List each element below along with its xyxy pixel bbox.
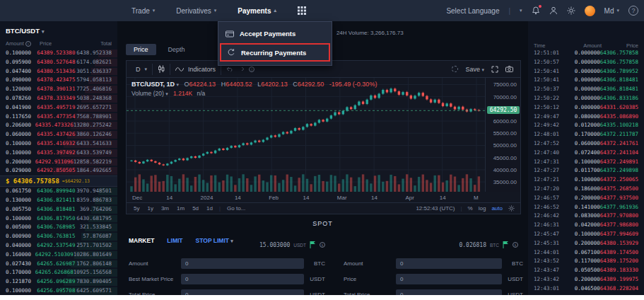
trade-row[interactable]: 12:43:010.04650064368.228204 <box>528 284 644 294</box>
trade-row[interactable]: 12:46:310.04200064377.986800 <box>528 221 644 230</box>
range-1y[interactable]: 1y <box>146 205 154 212</box>
orderbook-ask-row[interactable]: 0.04740064380.5134363051.636337 <box>0 67 117 76</box>
info-icon[interactable]: i <box>320 242 325 248</box>
user-avatar[interactable] <box>585 6 595 16</box>
trade-row[interactable]: 12:50:570.00000064306.757858 <box>528 58 644 67</box>
interval-selector[interactable]: D ▾ <box>131 64 153 75</box>
trade-row[interactable]: 12:51:010.00000064306.757858 <box>528 49 644 58</box>
trade-row[interactable]: 12:47:400.07240064372.241104 <box>528 149 644 158</box>
best-market-price-input[interactable] <box>181 274 304 284</box>
orderbook-bid-row[interactable]: 0.13000064306.8214118359.886783 <box>0 196 117 205</box>
trade-row[interactable]: 12:50:370.00000064306.818481 <box>528 85 644 94</box>
range-5d[interactable]: 5d <box>191 205 200 212</box>
goto-button[interactable]: Go to... <box>226 205 247 212</box>
language-selector-label[interactable]: Select Language <box>446 7 499 15</box>
info-icon[interactable]: i <box>25 41 31 47</box>
orderbook-bid-row[interactable]: 0.02743064265.6269871762.806148 <box>0 260 117 269</box>
nav-item-trade[interactable]: Trade ▾ <box>131 7 155 15</box>
nav-item-payments[interactable]: Payments ▴ <box>238 7 276 15</box>
chart-type-button[interactable] <box>153 64 170 75</box>
tab-limit[interactable]: LIMIT <box>167 237 182 244</box>
info-icon[interactable]: i <box>513 242 518 248</box>
pair-selector[interactable]: BTC/USDT▾ <box>0 21 117 36</box>
trade-row[interactable]: 12:50:410.00000064306.789952 <box>528 67 644 76</box>
orderbook-ask-row[interactable]: 0.10000064335.3974926433.539749 <box>0 149 117 158</box>
orderbook-ask-row[interactable]: 0.10000064335.4169326433.541633 <box>0 139 117 149</box>
help-icon[interactable]: ? <box>628 6 638 16</box>
trade-row[interactable]: 12:44:010.06710064389.174500 <box>528 248 644 258</box>
price-axis[interactable]: 75000.0070000.0065000.0060000.0055000.00… <box>485 78 520 192</box>
trade-row[interactable]: 12:46:420.08300064377.970800 <box>528 212 644 221</box>
orderbook-bid-row[interactable]: 0.12187064256.0962897830.890405 <box>0 277 117 287</box>
orderbook-ask-row[interactable]: 0.09590064380.5276486174.082621 <box>0 58 117 67</box>
trade-row[interactable]: 12:49:420.01200064335.100218 <box>528 121 644 130</box>
settings-gear-icon[interactable] <box>567 6 575 15</box>
apps-grid-icon[interactable] <box>298 6 306 15</box>
trade-row[interactable]: 12:43:420.20000064389.199975 <box>528 275 644 284</box>
amount-input[interactable] <box>396 258 502 269</box>
orderbook-bid-row[interactable]: 0.17000064265.62686810925.156568 <box>0 268 117 277</box>
tab-stop-limit[interactable]: STOP LIMIT ▾ <box>196 237 233 244</box>
orderbook-bid-row[interactable]: 0.16000064292.51030910286.801649 <box>0 250 117 260</box>
language-chevron-icon[interactable]: ▾ <box>520 8 522 13</box>
volume-indicator-label[interactable]: Volume (20) <box>131 90 164 97</box>
orderbook-bid-row[interactable]: 0.00500064306.768985321.533845 <box>0 223 117 232</box>
range-5y[interactable]: 5y <box>132 205 141 212</box>
trade-row[interactable]: 12:48:010.17000064372.211787 <box>528 130 644 139</box>
price-input[interactable] <box>396 274 502 284</box>
camera-snapshot-icon[interactable] <box>505 66 513 72</box>
tab-price[interactable]: Price <box>126 44 156 55</box>
scale-auto[interactable]: auto <box>491 205 503 212</box>
orderbook-ask-row[interactable]: 0.07826064378.3333495038.248368 <box>0 94 117 103</box>
trade-row[interactable]: 12:45:470.10000064377.994609 <box>528 230 644 239</box>
undo-icon[interactable] <box>226 67 233 72</box>
chart-settings-gear-icon[interactable] <box>508 205 515 212</box>
fullscreen-icon[interactable] <box>491 66 498 73</box>
tab-market[interactable]: MARKET <box>129 237 154 244</box>
orderbook-bid-row[interactable]: 0.04000064292.5375492571.701502 <box>0 241 117 250</box>
orderbook-bid-row[interactable]: 0.10000064306.8179506430.681795 <box>0 214 117 224</box>
chart-body[interactable]: BTC/USDT, 1D ▾ O64224.13 H64403.52 L6420… <box>127 78 520 192</box>
orderbook-ask-row[interactable]: 0.11765064335.4773547568.788901 <box>0 112 117 122</box>
nav-item-derivatives[interactable]: Derivatives ▾ <box>176 7 216 15</box>
scale-%[interactable]: % <box>468 205 473 212</box>
range-1m[interactable]: 1m <box>175 205 186 212</box>
range-1d[interactable]: 1d <box>205 205 214 212</box>
orderbook-mid-price[interactable]: $ 64306.757858≈$64292.13 <box>0 175 117 187</box>
info-icon[interactable]: i <box>249 67 254 72</box>
trade-row[interactable]: 12:43:520.11700064389.175200 <box>528 257 644 266</box>
orderbook-bid-row[interactable]: 0.00575064306.818481369.764206 <box>0 205 117 214</box>
menu-item-accept-payments[interactable]: Accept Payments <box>218 25 332 42</box>
orderbook-bid-row[interactable]: 0.00090064306.76381557.876087 <box>0 232 117 241</box>
trade-row[interactable]: 12:47:270.01170064372.249898 <box>528 166 644 175</box>
orderbook-bid-row[interactable]: 0.10000064256.0957086425.609571 <box>0 287 117 295</box>
save-layout-button[interactable]: Save ▾ <box>465 66 484 73</box>
trade-row[interactable]: 12:46:570.20000064377.937500 <box>528 194 644 203</box>
trade-row[interactable]: 12:43:470.05050064389.183330 <box>528 266 644 275</box>
orderbook-ask-row[interactable]: 0.20000064292.91109612858.582219 <box>0 158 117 167</box>
amount-input[interactable] <box>181 258 304 269</box>
legend-symbol[interactable]: BTC/USDT, 1D <box>131 81 175 88</box>
redo-icon[interactable] <box>238 67 245 72</box>
notifications-bell-icon[interactable] <box>532 6 540 15</box>
trade-row[interactable]: 12:50:220.00000064306.833186 <box>528 94 644 103</box>
user-menu[interactable]: Md ▾ <box>604 7 619 15</box>
scale-log[interactable]: log <box>479 205 486 212</box>
trade-row[interactable]: 12:49:470.08000064335.086890 <box>528 112 644 122</box>
trade-row[interactable]: 12:47:210.10000064372.250065 <box>528 175 644 185</box>
orderbook-ask-row[interactable]: 0.06000064335.4374263860.126246 <box>0 130 117 139</box>
trade-row[interactable]: 12:45:310.20000064380.153929 <box>528 239 644 248</box>
indicators-button[interactable]: Indicators <box>170 64 221 75</box>
orderbook-ask-row[interactable]: 0.10000064389.5233806438.952338 <box>0 49 117 58</box>
orderbook-ask-row[interactable]: 0.20600064335.47332613280.275242 <box>0 121 117 130</box>
orderbook-ask-row[interactable]: 0.09000064378.4234755794.058113 <box>0 76 117 85</box>
profile-person-icon[interactable] <box>549 6 558 15</box>
orderbook-ask-row[interactable]: 0.12000064378.3901317725.406816 <box>0 85 117 94</box>
tab-depth[interactable]: Depth <box>160 44 193 55</box>
orderbook-ask-row[interactable]: 0.02900064292.8505051864.492665 <box>0 166 117 175</box>
trade-row[interactable]: 12:50:410.00000064306.818481 <box>528 76 644 85</box>
orderbook-ask-row[interactable]: 0.04190064335.4957192695.657271 <box>0 103 117 112</box>
range-3m[interactable]: 3m <box>160 205 170 212</box>
trade-row[interactable]: 12:50:120.00000064331.620385 <box>528 103 644 112</box>
menu-item-recurring-payments[interactable]: Recurring Payments <box>220 43 330 62</box>
